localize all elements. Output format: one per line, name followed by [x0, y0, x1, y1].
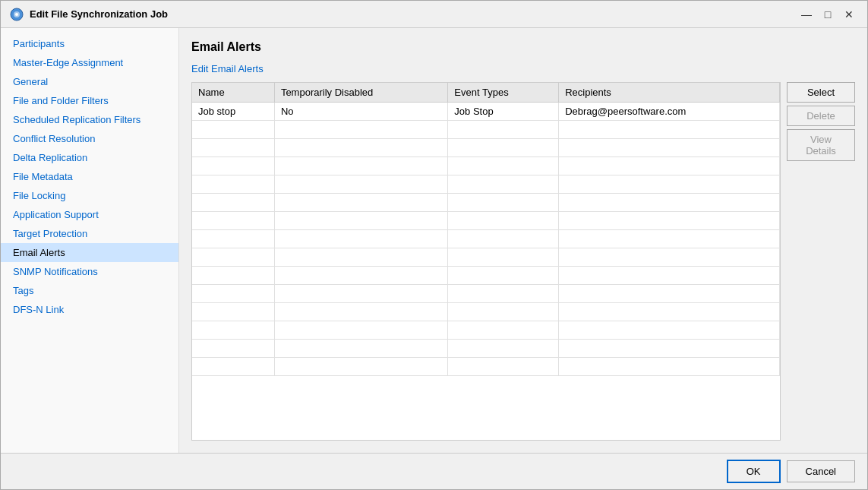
cell-temporarily-disabled: No — [274, 103, 447, 121]
col-event-types: Event Types — [448, 83, 559, 103]
col-name: Name — [192, 83, 274, 103]
table-row-empty — [192, 157, 780, 175]
table-row-empty — [192, 321, 780, 340]
sidebar-item-dfs-n-link[interactable]: DFS-N Link — [1, 300, 178, 319]
sidebar-item-participants[interactable]: Participants — [1, 34, 178, 53]
content-area: ParticipantsMaster-Edge AssignmentGenera… — [1, 28, 867, 453]
view-details-button[interactable]: View Details — [787, 129, 855, 161]
table-row-empty — [192, 175, 780, 194]
table-row-empty — [192, 267, 780, 285]
main-window: Edit File Synchronization Job — □ ✕ Part… — [0, 0, 868, 490]
table-row-empty — [192, 194, 780, 212]
table-header-row: Name Temporarily Disabled Event Types Re… — [192, 83, 780, 103]
table-row-empty — [192, 340, 780, 358]
sidebar-item-application-support[interactable]: Application Support — [1, 205, 178, 224]
email-alerts-table: Name Temporarily Disabled Event Types Re… — [191, 82, 781, 441]
sidebar-item-conflict-resolution[interactable]: Conflict Resolution — [1, 129, 178, 148]
sidebar-item-file-metadata[interactable]: File Metadata — [1, 167, 178, 186]
minimize-button[interactable]: — — [797, 5, 816, 24]
cell-recipients: Debrag@peersoftware.com — [559, 103, 780, 121]
sidebar-item-target-protection[interactable]: Target Protection — [1, 224, 178, 243]
close-button[interactable]: ✕ — [840, 5, 858, 24]
sidebar-item-file-and-folder-filters[interactable]: File and Folder Filters — [1, 91, 178, 110]
sidebar-item-general[interactable]: General — [1, 72, 178, 91]
page-title: Email Alerts — [191, 40, 855, 54]
table-row[interactable]: Job stopNoJob StopDebrag@peersoftware.co… — [192, 103, 780, 121]
action-buttons-panel: Select Delete View Details — [787, 82, 855, 441]
sidebar-item-master-edge-assignment[interactable]: Master-Edge Assignment — [1, 53, 178, 72]
window-title: Edit File Synchronization Job — [30, 8, 797, 20]
cell-name: Job stop — [192, 103, 274, 121]
sidebar-item-email-alerts[interactable]: Email Alerts — [1, 243, 178, 262]
sidebar-item-scheduled-replication-filters[interactable]: Scheduled Replication Filters — [1, 110, 178, 129]
ok-button[interactable]: OK — [727, 460, 781, 483]
select-button[interactable]: Select — [787, 82, 855, 103]
footer-bar: OK Cancel — [1, 453, 867, 489]
sidebar-item-snmp-notifications[interactable]: SNMP Notifications — [1, 262, 178, 281]
window-controls: — □ ✕ — [797, 5, 858, 24]
sidebar-item-delta-replication[interactable]: Delta Replication — [1, 148, 178, 167]
main-content: Email Alerts Edit Email Alerts Name Temp… — [179, 28, 867, 453]
table-row-empty — [192, 212, 780, 230]
table-row-empty — [192, 139, 780, 157]
col-temporarily-disabled: Temporarily Disabled — [274, 83, 447, 103]
app-icon — [10, 8, 24, 21]
table-row-empty — [192, 285, 780, 303]
cell-event-types: Job Stop — [448, 103, 559, 121]
table-row-empty — [192, 248, 780, 267]
table-row-empty — [192, 230, 780, 248]
svg-point-2 — [15, 13, 18, 16]
edit-email-alerts-link[interactable]: Edit Email Alerts — [191, 63, 855, 74]
table-area: Name Temporarily Disabled Event Types Re… — [191, 82, 855, 441]
col-recipients: Recipients — [559, 83, 780, 103]
sidebar: ParticipantsMaster-Edge AssignmentGenera… — [1, 28, 179, 453]
title-bar: Edit File Synchronization Job — □ ✕ — [1, 1, 867, 28]
table-row-empty — [192, 358, 780, 376]
sidebar-item-file-locking[interactable]: File Locking — [1, 186, 178, 205]
table-row-empty — [192, 121, 780, 139]
maximize-button[interactable]: □ — [819, 5, 837, 24]
sidebar-item-tags[interactable]: Tags — [1, 281, 178, 300]
cancel-button[interactable]: Cancel — [787, 460, 855, 482]
delete-button[interactable]: Delete — [787, 106, 855, 126]
table-row-empty — [192, 303, 780, 321]
